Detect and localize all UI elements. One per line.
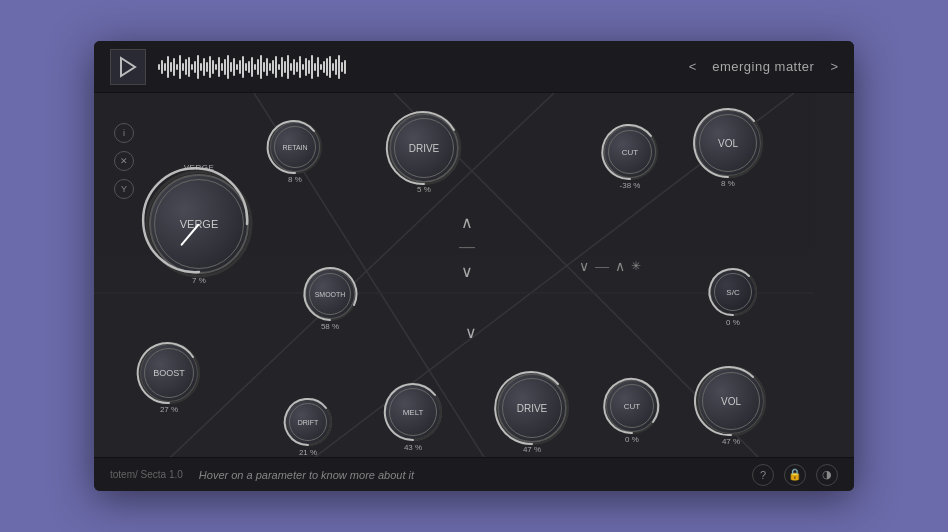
retain-knob-container: RETAIN 8 % (269, 121, 321, 184)
info-icon[interactable]: i (114, 123, 134, 143)
drift-arc (280, 394, 336, 450)
brand-label: totem/ Secta 1.0 (110, 469, 183, 480)
header: < emerging matter > (94, 41, 854, 93)
up-caret-button[interactable]: ∧ (615, 258, 625, 274)
main-content: i ✕ Y VERGE VERGE 7 % (94, 93, 854, 457)
sc-arc (705, 264, 761, 320)
melt-knob-container: MELT 43 % (384, 383, 442, 452)
down-v-button[interactable]: ∨ (579, 258, 589, 274)
cut-bot-knob-container: CUT 0 % (605, 379, 659, 444)
center-controls: ∧ — ∨ (459, 213, 475, 281)
vol-top-arc (688, 103, 768, 183)
boost-arc (133, 337, 205, 409)
next-preset-button[interactable]: > (830, 59, 838, 74)
cut-top-arc (598, 120, 662, 184)
lock-icon[interactable]: 🔒 (784, 464, 806, 486)
footer: totem/ Secta 1.0 Hover on a parameter to… (94, 457, 854, 491)
down-arrow-center: ∨ (465, 323, 477, 342)
logo (110, 49, 146, 85)
down-arrow-button[interactable]: ∨ (461, 262, 473, 281)
cut-bot-arc (600, 374, 664, 438)
drive-top-knob-container: DRIVE 5 % (389, 113, 459, 194)
boost-knob-container: BOOST 27 % (139, 343, 199, 414)
theme-icon[interactable]: ◑ (816, 464, 838, 486)
verge-arc (141, 166, 257, 282)
waveform-display (158, 51, 689, 83)
y-icon[interactable]: Y (114, 179, 134, 199)
drive-bot-arc (490, 366, 574, 450)
controls-wrapper: VERGE VERGE 7 % (149, 103, 829, 447)
help-icon[interactable]: ? (752, 464, 774, 486)
footer-left: totem/ Secta 1.0 Hover on a parameter to… (110, 469, 414, 481)
plugin-window: < emerging matter > i ✕ Y VERGE (94, 41, 854, 491)
preset-name: emerging matter (712, 59, 814, 74)
sc-knob-container: S/C 0 % (709, 268, 757, 327)
drive-bot-knob-container: DRIVE 47 % (497, 373, 567, 454)
left-icons: i ✕ Y (114, 103, 134, 447)
cut-top-knob-container: CUT -38 % (603, 125, 657, 190)
svg-point-19 (697, 367, 765, 435)
dash2: — (595, 258, 609, 274)
retain-arc (264, 116, 326, 178)
waveform-bars (158, 53, 346, 81)
right-arrows: ∨ — ∧ ✳ (579, 258, 641, 274)
drive-top-arc (382, 106, 466, 190)
footer-right: ? 🔒 ◑ (752, 464, 838, 486)
vol-bot-knob-container: VOL 47 % (697, 367, 765, 446)
prev-preset-button[interactable]: < (689, 59, 697, 74)
x-icon[interactable]: ✕ (114, 151, 134, 171)
drift-knob-container: DRIFT 21 % (284, 398, 332, 457)
vol-bot-arc (691, 361, 771, 441)
vol-top-knob-container: VOL 8 % (694, 109, 762, 188)
down-center-button[interactable]: ∨ (465, 323, 477, 342)
dash-line: — (459, 238, 475, 256)
melt-arc (379, 378, 447, 446)
svg-marker-0 (121, 58, 135, 76)
verge-knob-container: VERGE VERGE 7 % (149, 163, 249, 285)
up-arrow-button[interactable]: ∧ (461, 213, 473, 232)
hint-label: Hover on a parameter to know more about … (199, 469, 414, 481)
preset-navigation: < emerging matter > (689, 59, 838, 74)
smooth-arc (299, 263, 361, 325)
star-icon[interactable]: ✳ (631, 259, 641, 273)
smooth-knob-container: SMOOTH 58 % (304, 268, 356, 331)
